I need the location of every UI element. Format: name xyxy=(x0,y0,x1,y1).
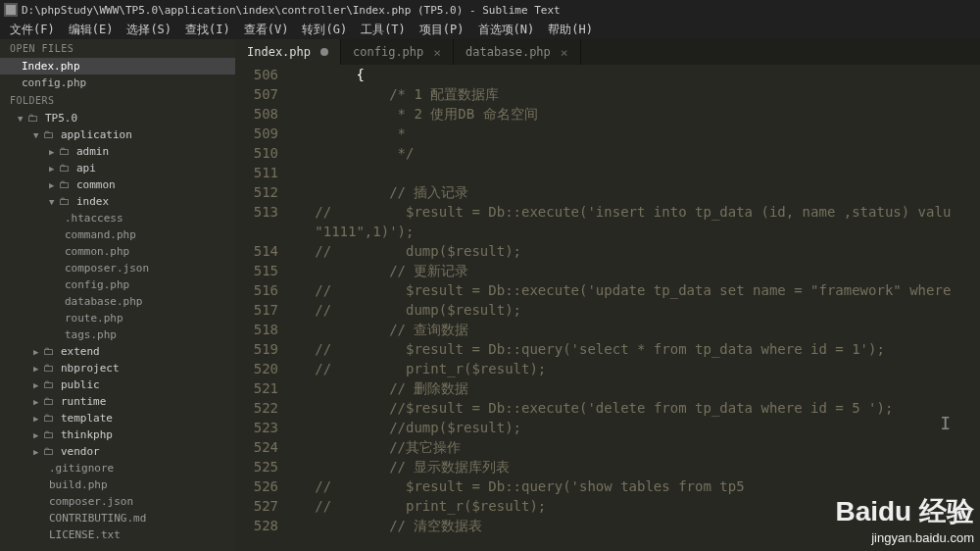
code-line[interactable]: // 删除数据 xyxy=(290,378,980,398)
open-file-item[interactable]: config.php xyxy=(0,75,235,91)
code-lines[interactable]: { /* 1 配置数据库 * 2 使用DB 命名空间 * */ // 插入记录 … xyxy=(290,65,980,551)
menu-item[interactable]: 首选项(N) xyxy=(472,20,541,40)
code-line[interactable]: */ xyxy=(290,143,980,163)
code-line[interactable]: // print_r($result); xyxy=(290,496,980,516)
menu-item[interactable]: 项目(P) xyxy=(414,20,470,40)
arrow-right-icon: ▶ xyxy=(33,347,43,357)
code-line[interactable]: * xyxy=(290,124,980,143)
line-number: 520 xyxy=(235,359,278,378)
folder-item[interactable]: ▶🗀api xyxy=(0,160,235,176)
menu-item[interactable]: 文件(F) xyxy=(4,20,61,40)
file-item[interactable]: tags.php xyxy=(0,326,235,343)
code-line[interactable]: //$result = Db::execute('delete from tp_… xyxy=(290,398,980,418)
code-line[interactable]: // dump($result); xyxy=(290,300,980,320)
code-line[interactable]: // 查询数据 xyxy=(290,320,980,339)
code-line[interactable]: // print_r($result); xyxy=(290,359,980,378)
folder-label: template xyxy=(61,412,113,425)
folder-item[interactable]: ▶🗀extend xyxy=(0,343,235,360)
folder-icon: 🗀 xyxy=(27,112,41,125)
code-line[interactable]: // $result = Db::execute('update tp_data… xyxy=(290,280,980,300)
file-item[interactable]: .gitignore xyxy=(0,460,235,476)
folder-item[interactable]: ▼🗀index xyxy=(0,193,235,210)
tab[interactable]: database.php× xyxy=(454,39,581,65)
code-line[interactable]: //dump($result); xyxy=(290,418,980,437)
line-number: 524 xyxy=(235,437,278,457)
line-number: 518 xyxy=(235,320,278,339)
folder-item[interactable]: ▶🗀template xyxy=(0,410,235,426)
arrow-right-icon: ▶ xyxy=(49,164,59,174)
line-number: 514 xyxy=(235,241,278,261)
code-line[interactable]: //其它操作 xyxy=(290,437,980,457)
arrow-right-icon: ▶ xyxy=(33,414,43,424)
folder-item[interactable]: ▶🗀nbproject xyxy=(0,360,235,376)
menu-item[interactable]: 查找(I) xyxy=(179,20,236,40)
code-line[interactable]: /* 1 配置数据库 xyxy=(290,84,980,104)
folder-icon: 🗀 xyxy=(43,428,57,441)
file-item[interactable]: config.php xyxy=(0,276,235,293)
folder-label: runtime xyxy=(61,395,106,408)
code-line[interactable]: // 插入记录 xyxy=(290,182,980,202)
file-item[interactable]: .htaccess xyxy=(0,210,235,226)
folder-item[interactable]: ▼🗀application xyxy=(0,126,235,143)
tab[interactable]: config.php× xyxy=(341,39,454,65)
window-title: D:\phpStudy\WWW\TP5.0\application\index\… xyxy=(22,4,561,17)
code-line[interactable]: // 显示数据库列表 xyxy=(290,457,980,476)
tab[interactable]: Index.php xyxy=(235,39,341,65)
code-line[interactable]: { xyxy=(290,65,980,84)
folder-icon: 🗀 xyxy=(59,195,73,208)
tab-label: Index.php xyxy=(247,45,311,59)
editor: Index.phpconfig.php×database.php× 506507… xyxy=(235,39,980,551)
code-line[interactable]: * 2 使用DB 命名空间 xyxy=(290,104,980,124)
folder-icon: 🗀 xyxy=(43,445,57,458)
folder-item[interactable]: ▶🗀public xyxy=(0,376,235,393)
line-number: 515 xyxy=(235,261,278,280)
arrow-right-icon: ▶ xyxy=(33,380,43,390)
code-line[interactable]: // 清空数据表 xyxy=(290,516,980,535)
arrow-right-icon: ▶ xyxy=(33,397,43,407)
code-area[interactable]: 506507508509510511512513 514515516517518… xyxy=(235,65,980,551)
line-number: 507 xyxy=(235,84,278,104)
sidebar: OPEN FILES Index.phpconfig.php FOLDERS ▼… xyxy=(0,39,235,551)
file-item[interactable]: CONTRIBUTING.md xyxy=(0,510,235,526)
folder-item[interactable]: ▼🗀TP5.0 xyxy=(0,110,235,126)
menu-item[interactable]: 转到(G) xyxy=(296,20,353,40)
arrow-right-icon: ▶ xyxy=(33,447,43,457)
menu-item[interactable]: 工具(T) xyxy=(355,20,412,40)
close-icon[interactable]: × xyxy=(561,45,568,60)
code-line[interactable]: // dump($result); xyxy=(290,241,980,261)
file-item[interactable]: composer.json xyxy=(0,260,235,276)
open-file-item[interactable]: Index.php xyxy=(0,58,235,75)
code-line[interactable]: // $result = Db::query('show tables from… xyxy=(290,476,980,496)
folder-item[interactable]: ▶🗀common xyxy=(0,176,235,193)
file-item[interactable]: build.php xyxy=(0,476,235,493)
code-line[interactable]: // $result = Db::query('select * from tp… xyxy=(290,339,980,359)
file-item[interactable]: composer.json xyxy=(0,493,235,510)
file-item[interactable]: database.php xyxy=(0,293,235,310)
file-item[interactable]: command.php xyxy=(0,226,235,243)
folder-label: public xyxy=(61,378,100,391)
svg-rect-1 xyxy=(6,5,16,15)
line-number: 512 xyxy=(235,182,278,202)
folder-icon: 🗀 xyxy=(59,162,73,175)
file-item[interactable]: common.php xyxy=(0,243,235,260)
folder-icon: 🗀 xyxy=(59,178,73,191)
arrow-right-icon: ▶ xyxy=(49,147,59,157)
line-number: 517 xyxy=(235,300,278,320)
line-number: 525 xyxy=(235,457,278,476)
menu-item[interactable]: 编辑(E) xyxy=(63,20,120,40)
menu-item[interactable]: 选择(S) xyxy=(121,20,177,40)
menu-item[interactable]: 查看(V) xyxy=(238,20,295,40)
code-line[interactable]: // $result = Db::execute('insert into tp… xyxy=(290,202,980,241)
folder-item[interactable]: ▶🗀vendor xyxy=(0,443,235,460)
folder-item[interactable]: ▶🗀admin xyxy=(0,143,235,160)
menu-item[interactable]: 帮助(H) xyxy=(542,20,599,40)
file-item[interactable]: route.php xyxy=(0,310,235,326)
code-line[interactable]: // 更新记录 xyxy=(290,261,980,280)
file-item[interactable]: LICENSE.txt xyxy=(0,526,235,543)
folder-item[interactable]: ▶🗀thinkphp xyxy=(0,426,235,443)
code-line[interactable] xyxy=(290,163,980,182)
open-files-header: OPEN FILES xyxy=(0,39,235,58)
close-icon[interactable]: × xyxy=(433,45,441,60)
arrow-right-icon: ▶ xyxy=(33,430,43,440)
folder-item[interactable]: ▶🗀runtime xyxy=(0,393,235,410)
